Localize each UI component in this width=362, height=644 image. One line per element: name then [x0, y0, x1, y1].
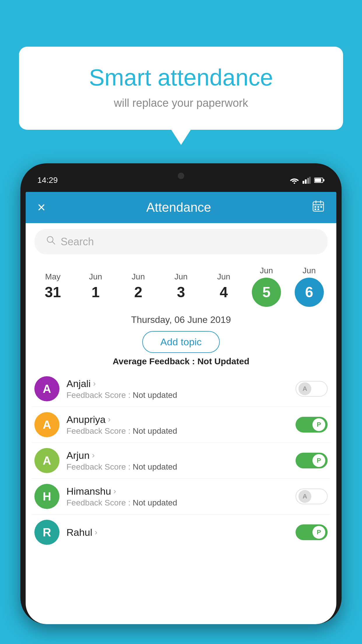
svg-rect-3 — [307, 178, 309, 184]
chevron-right-icon: › — [108, 415, 110, 424]
feedback-score: Feedback Score : Not updated — [66, 391, 289, 400]
date-col-jun1[interactable]: Jun 1 — [77, 272, 115, 301]
date-col-jun4[interactable]: Jun 4 — [205, 272, 243, 301]
add-topic-button[interactable]: Add topic — [142, 331, 220, 353]
toggle-knob: P — [312, 526, 325, 539]
student-row[interactable]: H Himanshu › Feedback Score : Not update… — [31, 479, 331, 514]
date-col-jun6[interactable]: Jun 6 — [290, 266, 328, 307]
attendance-toggle-off[interactable]: A — [296, 489, 328, 504]
student-name: Anjali › — [66, 378, 289, 389]
battery-icon — [314, 177, 325, 183]
student-name: Arjun › — [66, 450, 289, 461]
svg-line-18 — [52, 242, 55, 244]
avatar: H — [34, 484, 59, 509]
speech-bubble-heading: Smart attendance — [42, 64, 320, 91]
student-name: Rahul › — [66, 527, 289, 538]
camera-dot — [178, 173, 184, 179]
svg-rect-15 — [314, 209, 316, 210]
toggle-knob: A — [298, 382, 311, 395]
speech-bubble: Smart attendance will replace your paper… — [19, 47, 343, 130]
avatar: A — [34, 412, 59, 437]
attendance-toggle-off[interactable]: A — [296, 381, 328, 397]
selected-date: Thursday, 06 June 2019 — [26, 310, 336, 328]
student-name: Himanshu › — [66, 486, 289, 497]
avatar: A — [34, 376, 59, 401]
chevron-right-icon: › — [95, 528, 97, 537]
search-input[interactable]: Search — [61, 236, 94, 248]
svg-rect-6 — [315, 178, 321, 182]
student-info: Anupriya › Feedback Score : Not updated — [66, 414, 289, 436]
attendance-toggle-on[interactable]: P — [296, 524, 328, 540]
student-list: A Anjali › Feedback Score : Not updated … — [26, 371, 336, 545]
student-info: Rahul › — [66, 527, 289, 538]
search-bar[interactable]: Search — [34, 229, 328, 254]
date-col-jun3[interactable]: Jun 3 — [162, 272, 200, 301]
phone-notch — [158, 169, 204, 183]
chevron-right-icon: › — [93, 379, 96, 388]
calendar-strip: May 31 Jun 1 Jun 2 Jun 3 Jun 4 — [26, 260, 336, 310]
student-row[interactable]: R Rahul › P — [31, 514, 331, 545]
student-info: Anjali › Feedback Score : Not updated — [66, 378, 289, 400]
phone-screen: × Attendance — [26, 191, 336, 624]
feedback-score: Feedback Score : Not updated — [66, 426, 289, 436]
chevron-right-icon: › — [92, 451, 94, 460]
date-circle-blue: 6 — [295, 278, 324, 307]
svg-rect-12 — [314, 206, 316, 208]
status-bar: 14:29 — [26, 169, 336, 192]
attendance-toggle-on[interactable]: P — [296, 417, 328, 433]
phone-container: 14:29 — [20, 163, 342, 644]
date-col-jun2[interactable]: Jun 2 — [119, 272, 157, 301]
student-row[interactable]: A Anjali › Feedback Score : Not updated … — [31, 371, 331, 407]
calendar-icon[interactable] — [312, 200, 325, 215]
student-name: Anupriya › — [66, 414, 289, 425]
speech-bubble-container: Smart attendance will replace your paper… — [19, 47, 343, 130]
status-icons — [290, 177, 325, 184]
student-row[interactable]: A Arjun › Feedback Score : Not updated P — [31, 443, 331, 479]
feedback-score: Feedback Score : Not updated — [66, 498, 289, 508]
attendance-toggle-on[interactable]: P — [296, 453, 328, 468]
chevron-right-icon: › — [113, 487, 116, 496]
avg-feedback-label: Average Feedback : — [113, 356, 195, 366]
avatar: R — [34, 520, 59, 545]
app-header: × Attendance — [26, 191, 336, 223]
close-button[interactable]: × — [37, 200, 45, 214]
feedback-score: Feedback Score : Not updated — [66, 462, 289, 472]
svg-rect-16 — [317, 209, 319, 210]
header-title: Attendance — [146, 200, 211, 215]
student-info: Arjun › Feedback Score : Not updated — [66, 450, 289, 472]
average-feedback: Average Feedback : Not Updated — [26, 356, 336, 366]
svg-rect-13 — [317, 206, 319, 208]
search-icon — [46, 235, 56, 248]
date-col-may31[interactable]: May 31 — [34, 272, 72, 301]
toggle-knob: P — [312, 418, 325, 431]
date-circle-green: 5 — [252, 278, 281, 307]
svg-point-0 — [294, 183, 295, 184]
svg-rect-2 — [305, 179, 307, 184]
signal-icon — [303, 177, 311, 184]
student-info: Himanshu › Feedback Score : Not updated — [66, 486, 289, 508]
avg-feedback-value: Not Updated — [197, 356, 249, 366]
toggle-knob: A — [298, 490, 311, 503]
speech-bubble-subtext: will replace your paperwork — [42, 97, 320, 109]
svg-rect-1 — [303, 181, 304, 184]
svg-rect-7 — [323, 179, 324, 181]
date-col-jun5[interactable]: Jun 5 — [247, 266, 285, 307]
student-row[interactable]: A Anupriya › Feedback Score : Not update… — [31, 407, 331, 443]
wifi-icon — [290, 177, 299, 184]
toggle-knob: P — [312, 454, 325, 467]
status-time: 14:29 — [37, 176, 58, 185]
svg-rect-14 — [320, 206, 322, 208]
phone-outer: 14:29 — [20, 163, 342, 624]
avatar: A — [34, 448, 59, 473]
svg-rect-4 — [309, 177, 311, 184]
